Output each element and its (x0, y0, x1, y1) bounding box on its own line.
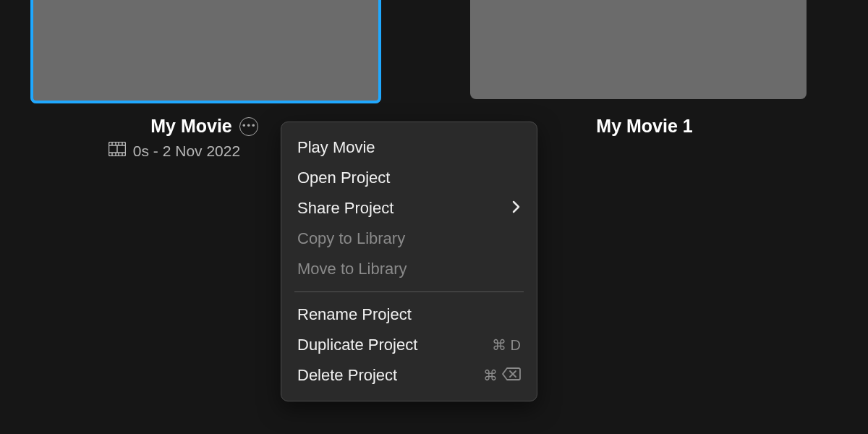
menu-item-delete-project[interactable]: Delete Project ⌘ (281, 360, 537, 391)
menu-item-open-project[interactable]: Open Project (281, 163, 537, 193)
menu-item-move-to-library: Move to Library (281, 254, 537, 284)
menu-item-share-project[interactable]: Share Project (281, 193, 537, 224)
chevron-right-icon (512, 199, 521, 218)
menu-item-label: Play Movie (297, 138, 375, 157)
project-1-title[interactable]: My Movie (150, 116, 232, 137)
shortcut-label: ⌘ (483, 367, 521, 384)
project-context-menu: Play Movie Open Project Share Project Co… (281, 122, 537, 401)
shortcut-label: ⌘ D (492, 336, 521, 354)
more-options-button[interactable]: ••• (239, 117, 258, 136)
menu-item-copy-to-library: Copy to Library (281, 224, 537, 254)
menu-item-label: Copy to Library (297, 229, 405, 248)
menu-item-label: Open Project (297, 169, 390, 187)
menu-item-label: Rename Project (297, 305, 412, 324)
menu-item-play-movie[interactable]: Play Movie (281, 132, 537, 163)
menu-item-label: Duplicate Project (297, 336, 417, 354)
menu-item-rename-project[interactable]: Rename Project (281, 299, 537, 330)
filmstrip-icon (109, 142, 126, 160)
project-thumbnail-1[interactable] (30, 0, 381, 103)
delete-key-icon (502, 367, 521, 384)
command-icon: ⌘ (483, 367, 498, 384)
ellipsis-icon: ••• (242, 121, 257, 130)
menu-item-label: Share Project (297, 199, 393, 218)
menu-item-label: Delete Project (297, 366, 397, 385)
menu-item-label: Move to Library (297, 260, 407, 278)
menu-item-duplicate-project[interactable]: Duplicate Project ⌘ D (281, 330, 537, 360)
project-1-meta-text: 0s - 2 Nov 2022 (133, 142, 240, 160)
menu-separator (294, 292, 524, 292)
project-thumbnail-2[interactable] (470, 0, 807, 99)
project-library: My Movie ••• 0s - 2 Nov 2022 My Movie 1 (0, 0, 868, 434)
